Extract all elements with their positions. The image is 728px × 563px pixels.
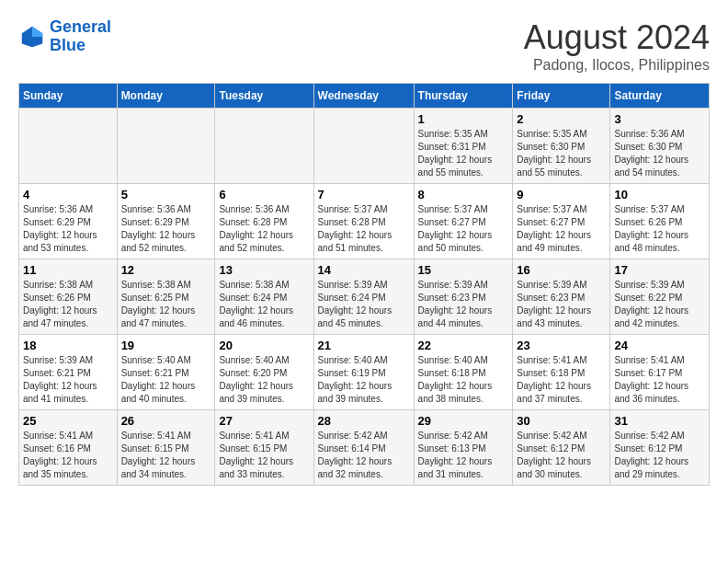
day-number: 15: [418, 263, 509, 277]
day-number: 16: [517, 263, 606, 277]
day-number: 22: [418, 339, 509, 352]
calendar-week-row: 4Sunrise: 5:36 AM Sunset: 6:29 PM Daylig…: [19, 184, 710, 259]
day-info: Sunrise: 5:40 AM Sunset: 6:20 PM Dayligh…: [219, 354, 309, 406]
calendar-day-cell: 19Sunrise: 5:40 AM Sunset: 6:21 PM Dayli…: [117, 335, 215, 410]
page-title: August 2024: [524, 18, 710, 57]
calendar-day-cell: 10Sunrise: 5:37 AM Sunset: 6:26 PM Dayli…: [610, 184, 710, 259]
day-info: Sunrise: 5:36 AM Sunset: 6:30 PM Dayligh…: [614, 128, 705, 179]
calendar-day-cell: 9Sunrise: 5:37 AM Sunset: 6:27 PM Daylig…: [513, 184, 610, 259]
day-number: 11: [23, 263, 113, 277]
calendar-day-cell: [117, 109, 215, 184]
day-number: 8: [418, 188, 509, 201]
day-number: 27: [219, 414, 309, 428]
logo-text: General Blue: [50, 18, 111, 55]
day-info: Sunrise: 5:41 AM Sunset: 6:16 PM Dayligh…: [23, 430, 113, 481]
calendar-day-cell: [313, 109, 414, 184]
calendar-week-row: 18Sunrise: 5:39 AM Sunset: 6:21 PM Dayli…: [19, 335, 710, 410]
calendar-day-cell: 7Sunrise: 5:37 AM Sunset: 6:28 PM Daylig…: [313, 184, 414, 259]
weekday-header-row: SundayMondayTuesdayWednesdayThursdayFrid…: [19, 84, 710, 109]
calendar-week-row: 1Sunrise: 5:35 AM Sunset: 6:31 PM Daylig…: [19, 109, 710, 184]
day-info: Sunrise: 5:40 AM Sunset: 6:18 PM Dayligh…: [418, 354, 509, 406]
weekday-header: Saturday: [610, 84, 710, 109]
day-number: 6: [219, 188, 309, 201]
calendar-day-cell: 30Sunrise: 5:42 AM Sunset: 6:12 PM Dayli…: [513, 410, 610, 486]
calendar-day-cell: 1Sunrise: 5:35 AM Sunset: 6:31 PM Daylig…: [414, 109, 513, 184]
logo: General Blue: [18, 18, 111, 55]
calendar-day-cell: 24Sunrise: 5:41 AM Sunset: 6:17 PM Dayli…: [610, 335, 710, 410]
calendar-week-row: 11Sunrise: 5:38 AM Sunset: 6:26 PM Dayli…: [19, 259, 710, 335]
calendar-day-cell: 23Sunrise: 5:41 AM Sunset: 6:18 PM Dayli…: [513, 335, 610, 410]
day-number: 4: [23, 188, 113, 201]
day-number: 19: [121, 339, 211, 352]
calendar-day-cell: [215, 109, 313, 184]
day-info: Sunrise: 5:41 AM Sunset: 6:17 PM Dayligh…: [614, 354, 705, 406]
day-info: Sunrise: 5:40 AM Sunset: 6:19 PM Dayligh…: [318, 354, 410, 406]
calendar-day-cell: 8Sunrise: 5:37 AM Sunset: 6:27 PM Daylig…: [414, 184, 513, 259]
day-info: Sunrise: 5:42 AM Sunset: 6:12 PM Dayligh…: [517, 430, 606, 481]
day-number: 2: [517, 112, 606, 126]
calendar-day-cell: 5Sunrise: 5:36 AM Sunset: 6:29 PM Daylig…: [117, 184, 215, 259]
page-subtitle: Padong, Ilocos, Philippines: [524, 57, 710, 74]
calendar-day-cell: 4Sunrise: 5:36 AM Sunset: 6:29 PM Daylig…: [19, 184, 118, 259]
svg-marker-1: [32, 27, 42, 37]
calendar-day-cell: 18Sunrise: 5:39 AM Sunset: 6:21 PM Dayli…: [19, 335, 118, 410]
calendar-day-cell: 16Sunrise: 5:39 AM Sunset: 6:23 PM Dayli…: [513, 259, 610, 335]
calendar-day-cell: 25Sunrise: 5:41 AM Sunset: 6:16 PM Dayli…: [19, 410, 118, 486]
day-number: 12: [121, 263, 211, 277]
day-info: Sunrise: 5:41 AM Sunset: 6:15 PM Dayligh…: [219, 430, 309, 481]
day-info: Sunrise: 5:37 AM Sunset: 6:26 PM Dayligh…: [614, 203, 705, 255]
day-info: Sunrise: 5:42 AM Sunset: 6:12 PM Dayligh…: [614, 430, 705, 481]
day-number: 30: [517, 414, 606, 428]
day-info: Sunrise: 5:41 AM Sunset: 6:18 PM Dayligh…: [517, 354, 606, 406]
day-number: 23: [517, 339, 606, 352]
calendar-day-cell: 13Sunrise: 5:38 AM Sunset: 6:24 PM Dayli…: [215, 259, 313, 335]
calendar-day-cell: 15Sunrise: 5:39 AM Sunset: 6:23 PM Dayli…: [414, 259, 513, 335]
day-number: 31: [614, 414, 705, 428]
day-number: 10: [614, 188, 705, 201]
calendar-day-cell: 26Sunrise: 5:41 AM Sunset: 6:15 PM Dayli…: [117, 410, 215, 486]
weekday-header: Wednesday: [313, 84, 414, 109]
day-number: 18: [23, 339, 113, 352]
weekday-header: Friday: [513, 84, 610, 109]
weekday-header: Tuesday: [215, 84, 313, 109]
day-number: 5: [121, 188, 211, 201]
day-info: Sunrise: 5:38 AM Sunset: 6:24 PM Dayligh…: [219, 279, 309, 330]
day-info: Sunrise: 5:42 AM Sunset: 6:14 PM Dayligh…: [318, 430, 410, 481]
day-number: 29: [418, 414, 509, 428]
day-info: Sunrise: 5:39 AM Sunset: 6:23 PM Dayligh…: [517, 279, 606, 330]
day-info: Sunrise: 5:38 AM Sunset: 6:26 PM Dayligh…: [23, 279, 113, 330]
day-number: 14: [318, 263, 410, 277]
day-info: Sunrise: 5:37 AM Sunset: 6:28 PM Dayligh…: [318, 203, 410, 255]
calendar-day-cell: 28Sunrise: 5:42 AM Sunset: 6:14 PM Dayli…: [313, 410, 414, 486]
calendar-table: SundayMondayTuesdayWednesdayThursdayFrid…: [18, 83, 710, 486]
calendar-day-cell: 20Sunrise: 5:40 AM Sunset: 6:20 PM Dayli…: [215, 335, 313, 410]
weekday-header: Thursday: [414, 84, 513, 109]
title-section: August 2024 Padong, Ilocos, Philippines: [524, 18, 710, 74]
day-info: Sunrise: 5:37 AM Sunset: 6:27 PM Dayligh…: [517, 203, 606, 255]
day-info: Sunrise: 5:42 AM Sunset: 6:13 PM Dayligh…: [418, 430, 509, 481]
day-number: 17: [614, 263, 705, 277]
day-number: 28: [318, 414, 410, 428]
day-info: Sunrise: 5:35 AM Sunset: 6:31 PM Dayligh…: [418, 128, 509, 179]
day-number: 24: [614, 339, 705, 352]
calendar-day-cell: [19, 109, 118, 184]
calendar-day-cell: 2Sunrise: 5:35 AM Sunset: 6:30 PM Daylig…: [513, 109, 610, 184]
day-info: Sunrise: 5:39 AM Sunset: 6:24 PM Dayligh…: [318, 279, 410, 330]
calendar-day-cell: 17Sunrise: 5:39 AM Sunset: 6:22 PM Dayli…: [610, 259, 710, 335]
calendar-week-row: 25Sunrise: 5:41 AM Sunset: 6:16 PM Dayli…: [19, 410, 710, 486]
calendar-day-cell: 11Sunrise: 5:38 AM Sunset: 6:26 PM Dayli…: [19, 259, 118, 335]
day-info: Sunrise: 5:39 AM Sunset: 6:21 PM Dayligh…: [23, 354, 113, 406]
day-number: 9: [517, 188, 606, 201]
day-number: 7: [318, 188, 410, 201]
weekday-header: Monday: [117, 84, 215, 109]
day-info: Sunrise: 5:39 AM Sunset: 6:23 PM Dayligh…: [418, 279, 509, 330]
day-number: 13: [219, 263, 309, 277]
day-info: Sunrise: 5:36 AM Sunset: 6:29 PM Dayligh…: [23, 203, 113, 255]
day-number: 21: [318, 339, 410, 352]
day-info: Sunrise: 5:36 AM Sunset: 6:29 PM Dayligh…: [121, 203, 211, 255]
calendar-day-cell: 29Sunrise: 5:42 AM Sunset: 6:13 PM Dayli…: [414, 410, 513, 486]
day-number: 1: [418, 112, 509, 126]
day-number: 20: [219, 339, 309, 352]
day-info: Sunrise: 5:35 AM Sunset: 6:30 PM Dayligh…: [517, 128, 606, 179]
weekday-header: Sunday: [19, 84, 118, 109]
